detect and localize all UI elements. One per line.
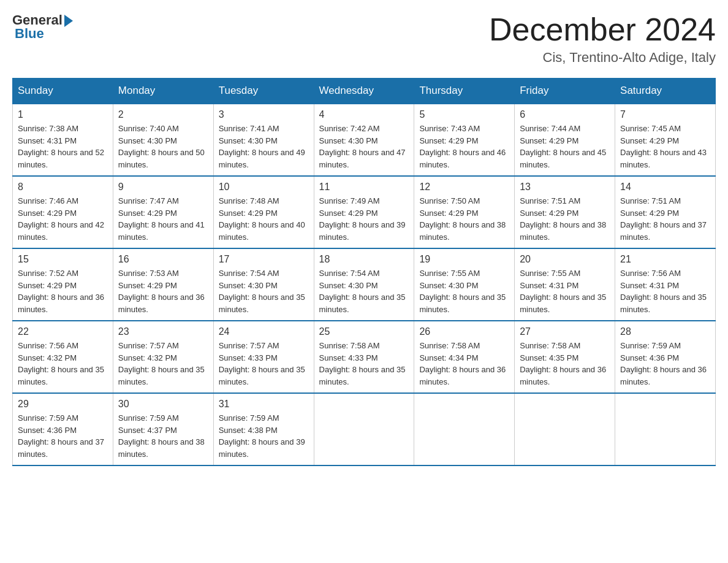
day-info: Sunrise: 7:53 AM Sunset: 4:29 PM Dayligh… bbox=[118, 267, 208, 315]
sunrise-label: Sunrise: 7:56 AM bbox=[620, 269, 681, 278]
calendar-cell: 5 Sunrise: 7:43 AM Sunset: 4:29 PM Dayli… bbox=[414, 104, 515, 176]
day-info: Sunrise: 7:51 AM Sunset: 4:29 PM Dayligh… bbox=[620, 195, 710, 243]
daylight-label: Daylight: 8 hours and 35 minutes. bbox=[319, 365, 406, 386]
sunset-label: Sunset: 4:30 PM bbox=[319, 136, 378, 145]
daylight-label: Daylight: 8 hours and 42 minutes. bbox=[18, 220, 104, 242]
sunrise-label: Sunrise: 7:58 AM bbox=[520, 341, 580, 350]
day-info: Sunrise: 7:43 AM Sunset: 4:29 PM Dayligh… bbox=[419, 123, 509, 170]
sunrise-label: Sunrise: 7:57 AM bbox=[219, 341, 279, 350]
daylight-label: Daylight: 8 hours and 38 minutes. bbox=[419, 220, 506, 242]
sunrise-label: Sunrise: 7:55 AM bbox=[419, 269, 480, 278]
calendar-cell: 14 Sunrise: 7:51 AM Sunset: 4:29 PM Dayl… bbox=[615, 176, 716, 248]
sunrise-label: Sunrise: 7:38 AM bbox=[18, 124, 78, 133]
calendar-table: SundayMondayTuesdayWednesdayThursdayFrid… bbox=[12, 78, 716, 466]
calendar-cell bbox=[314, 393, 414, 465]
location-title: Cis, Trentino-Alto Adige, Italy bbox=[489, 50, 716, 66]
sunset-label: Sunset: 4:31 PM bbox=[520, 281, 578, 290]
calendar-cell: 25 Sunrise: 7:58 AM Sunset: 4:33 PM Dayl… bbox=[314, 321, 414, 393]
calendar-cell: 8 Sunrise: 7:46 AM Sunset: 4:29 PM Dayli… bbox=[13, 176, 113, 248]
day-number: 28 bbox=[620, 326, 710, 337]
day-number: 23 bbox=[118, 326, 208, 337]
calendar-week-row: 1 Sunrise: 7:38 AM Sunset: 4:31 PM Dayli… bbox=[13, 104, 716, 176]
day-info: Sunrise: 7:44 AM Sunset: 4:29 PM Dayligh… bbox=[520, 123, 610, 170]
sunset-label: Sunset: 4:33 PM bbox=[319, 353, 378, 362]
sunrise-label: Sunrise: 7:55 AM bbox=[520, 269, 580, 278]
logo: General Blue bbox=[12, 12, 73, 42]
day-info: Sunrise: 7:40 AM Sunset: 4:30 PM Dayligh… bbox=[118, 123, 208, 170]
day-number: 17 bbox=[219, 254, 309, 265]
calendar-cell bbox=[615, 393, 716, 465]
sunrise-label: Sunrise: 7:59 AM bbox=[620, 341, 681, 350]
daylight-label: Daylight: 8 hours and 38 minutes. bbox=[118, 437, 205, 459]
weekday-header-monday: Monday bbox=[113, 79, 213, 104]
calendar-week-row: 29 Sunrise: 7:59 AM Sunset: 4:36 PM Dayl… bbox=[13, 393, 716, 465]
day-info: Sunrise: 7:59 AM Sunset: 4:36 PM Dayligh… bbox=[620, 340, 710, 388]
sunrise-label: Sunrise: 7:54 AM bbox=[319, 269, 380, 278]
day-info: Sunrise: 7:57 AM Sunset: 4:33 PM Dayligh… bbox=[219, 340, 309, 388]
calendar-week-row: 22 Sunrise: 7:56 AM Sunset: 4:32 PM Dayl… bbox=[13, 321, 716, 393]
calendar-cell: 16 Sunrise: 7:53 AM Sunset: 4:29 PM Dayl… bbox=[113, 248, 213, 321]
sunrise-label: Sunrise: 7:58 AM bbox=[419, 341, 480, 350]
sunrise-label: Sunrise: 7:51 AM bbox=[620, 196, 681, 205]
day-info: Sunrise: 7:54 AM Sunset: 4:30 PM Dayligh… bbox=[219, 267, 309, 315]
day-number: 29 bbox=[18, 399, 108, 410]
sunset-label: Sunset: 4:31 PM bbox=[18, 136, 77, 145]
sunset-label: Sunset: 4:29 PM bbox=[520, 209, 578, 218]
day-info: Sunrise: 7:55 AM Sunset: 4:30 PM Dayligh… bbox=[419, 267, 509, 315]
sunset-label: Sunset: 4:30 PM bbox=[118, 136, 177, 145]
weekday-header-tuesday: Tuesday bbox=[213, 79, 314, 104]
day-number: 15 bbox=[18, 254, 108, 265]
sunset-label: Sunset: 4:30 PM bbox=[419, 281, 478, 290]
month-title: December 2024 bbox=[489, 12, 716, 47]
logo-blue-text: Blue bbox=[15, 26, 44, 42]
sunrise-label: Sunrise: 7:41 AM bbox=[219, 124, 279, 133]
day-number: 12 bbox=[419, 182, 509, 193]
daylight-label: Daylight: 8 hours and 46 minutes. bbox=[419, 148, 506, 169]
day-number: 3 bbox=[219, 109, 309, 120]
daylight-label: Daylight: 8 hours and 35 minutes. bbox=[18, 365, 104, 386]
sunrise-label: Sunrise: 7:40 AM bbox=[118, 124, 179, 133]
day-number: 22 bbox=[18, 326, 108, 337]
calendar-cell: 31 Sunrise: 7:59 AM Sunset: 4:38 PM Dayl… bbox=[213, 393, 314, 465]
weekday-header-saturday: Saturday bbox=[615, 79, 716, 104]
calendar-cell: 19 Sunrise: 7:55 AM Sunset: 4:30 PM Dayl… bbox=[414, 248, 515, 321]
calendar-week-row: 15 Sunrise: 7:52 AM Sunset: 4:29 PM Dayl… bbox=[13, 248, 716, 321]
sunset-label: Sunset: 4:30 PM bbox=[219, 281, 278, 290]
day-number: 4 bbox=[319, 109, 409, 120]
page-header: General Blue December 2024 Cis, Trentino… bbox=[12, 12, 716, 66]
sunset-label: Sunset: 4:33 PM bbox=[219, 353, 278, 362]
calendar-cell: 28 Sunrise: 7:59 AM Sunset: 4:36 PM Dayl… bbox=[615, 321, 716, 393]
weekday-header-wednesday: Wednesday bbox=[314, 79, 414, 104]
sunset-label: Sunset: 4:29 PM bbox=[118, 281, 177, 290]
daylight-label: Daylight: 8 hours and 35 minutes. bbox=[319, 293, 406, 314]
sunrise-label: Sunrise: 7:58 AM bbox=[319, 341, 380, 350]
day-info: Sunrise: 7:58 AM Sunset: 4:33 PM Dayligh… bbox=[319, 340, 409, 388]
sunset-label: Sunset: 4:29 PM bbox=[419, 209, 478, 218]
calendar-cell: 26 Sunrise: 7:58 AM Sunset: 4:34 PM Dayl… bbox=[414, 321, 515, 393]
daylight-label: Daylight: 8 hours and 35 minutes. bbox=[118, 365, 205, 386]
calendar-cell: 21 Sunrise: 7:56 AM Sunset: 4:31 PM Dayl… bbox=[615, 248, 716, 321]
sunset-label: Sunset: 4:29 PM bbox=[118, 209, 177, 218]
calendar-cell: 7 Sunrise: 7:45 AM Sunset: 4:29 PM Dayli… bbox=[615, 104, 716, 176]
daylight-label: Daylight: 8 hours and 36 minutes. bbox=[118, 293, 205, 314]
day-number: 16 bbox=[118, 254, 208, 265]
sunrise-label: Sunrise: 7:59 AM bbox=[118, 413, 179, 423]
calendar-cell: 2 Sunrise: 7:40 AM Sunset: 4:30 PM Dayli… bbox=[113, 104, 213, 176]
daylight-label: Daylight: 8 hours and 36 minutes. bbox=[18, 293, 104, 314]
daylight-label: Daylight: 8 hours and 36 minutes. bbox=[419, 365, 506, 386]
day-number: 31 bbox=[219, 399, 309, 410]
day-info: Sunrise: 7:52 AM Sunset: 4:29 PM Dayligh… bbox=[18, 267, 108, 315]
daylight-label: Daylight: 8 hours and 35 minutes. bbox=[419, 293, 506, 314]
sunset-label: Sunset: 4:31 PM bbox=[620, 281, 679, 290]
calendar-cell: 4 Sunrise: 7:42 AM Sunset: 4:30 PM Dayli… bbox=[314, 104, 414, 176]
calendar-cell: 6 Sunrise: 7:44 AM Sunset: 4:29 PM Dayli… bbox=[515, 104, 615, 176]
sunrise-label: Sunrise: 7:47 AM bbox=[118, 196, 179, 205]
daylight-label: Daylight: 8 hours and 47 minutes. bbox=[319, 148, 406, 169]
calendar-cell: 17 Sunrise: 7:54 AM Sunset: 4:30 PM Dayl… bbox=[213, 248, 314, 321]
day-number: 18 bbox=[319, 254, 409, 265]
daylight-label: Daylight: 8 hours and 35 minutes. bbox=[520, 293, 606, 314]
calendar-cell bbox=[515, 393, 615, 465]
daylight-label: Daylight: 8 hours and 43 minutes. bbox=[620, 148, 707, 169]
day-info: Sunrise: 7:46 AM Sunset: 4:29 PM Dayligh… bbox=[18, 195, 108, 243]
daylight-label: Daylight: 8 hours and 35 minutes. bbox=[620, 293, 707, 314]
